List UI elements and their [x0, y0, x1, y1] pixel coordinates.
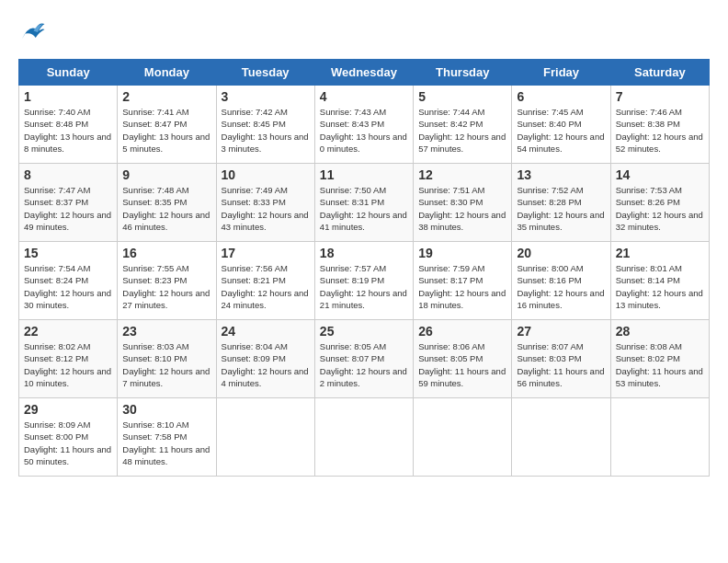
day-number: 11	[320, 167, 408, 182]
day-number: 10	[222, 167, 310, 182]
calendar-cell	[314, 398, 413, 477]
week-row-2: 8Sunrise: 7:47 AMSunset: 8:37 PMDaylight…	[19, 164, 710, 242]
day-info: Sunrise: 7:57 AMSunset: 8:19 PMDaylight:…	[320, 262, 408, 311]
calendar-cell: 28Sunrise: 8:08 AMSunset: 8:02 PMDayligh…	[610, 320, 709, 398]
day-number: 23	[122, 324, 210, 339]
calendar-cell: 22Sunrise: 8:02 AMSunset: 8:12 PMDayligh…	[19, 320, 118, 398]
day-info: Sunrise: 7:52 AMSunset: 8:28 PMDaylight:…	[517, 184, 605, 233]
day-info: Sunrise: 7:42 AMSunset: 8:45 PMDaylight:…	[222, 106, 310, 155]
calendar-cell: 9Sunrise: 7:48 AMSunset: 8:35 PMDaylight…	[118, 164, 216, 242]
calendar-header-row: SundayMondayTuesdayWednesdayThursdayFrid…	[19, 60, 710, 86]
day-number: 21	[616, 246, 704, 260]
calendar-cell: 2Sunrise: 7:41 AMSunset: 8:47 PMDaylight…	[118, 86, 216, 164]
day-info: Sunrise: 7:49 AMSunset: 8:33 PMDaylight:…	[222, 184, 310, 233]
calendar-cell	[512, 398, 610, 477]
day-info: Sunrise: 8:01 AMSunset: 8:14 PMDaylight:…	[616, 262, 704, 311]
column-header-sunday: Sunday	[19, 60, 118, 86]
calendar-cell: 18Sunrise: 7:57 AMSunset: 8:19 PMDayligh…	[314, 242, 413, 320]
calendar-cell: 25Sunrise: 8:05 AMSunset: 8:07 PMDayligh…	[314, 320, 413, 398]
calendar-cell: 19Sunrise: 7:59 AMSunset: 8:17 PMDayligh…	[414, 242, 512, 320]
day-info: Sunrise: 7:47 AMSunset: 8:37 PMDaylight:…	[24, 184, 112, 233]
day-info: Sunrise: 7:50 AMSunset: 8:31 PMDaylight:…	[320, 184, 408, 233]
day-number: 7	[616, 89, 704, 104]
day-info: Sunrise: 7:44 AMSunset: 8:42 PMDaylight:…	[418, 106, 506, 155]
day-number: 18	[320, 246, 408, 260]
calendar-cell	[610, 398, 709, 477]
calendar-cell: 1Sunrise: 7:40 AMSunset: 8:48 PMDaylight…	[19, 86, 118, 164]
day-number: 4	[320, 89, 408, 104]
calendar-cell: 11Sunrise: 7:50 AMSunset: 8:31 PMDayligh…	[314, 164, 413, 242]
day-number: 26	[418, 324, 506, 339]
day-info: Sunrise: 7:45 AMSunset: 8:40 PMDaylight:…	[517, 106, 605, 155]
week-row-1: 1Sunrise: 7:40 AMSunset: 8:48 PMDaylight…	[19, 86, 710, 164]
calendar-cell: 24Sunrise: 8:04 AMSunset: 8:09 PMDayligh…	[216, 320, 314, 398]
calendar-body: 1Sunrise: 7:40 AMSunset: 8:48 PMDaylight…	[19, 86, 710, 477]
calendar-cell: 8Sunrise: 7:47 AMSunset: 8:37 PMDaylight…	[19, 164, 118, 242]
day-number: 22	[24, 324, 112, 339]
calendar-cell: 5Sunrise: 7:44 AMSunset: 8:42 PMDaylight…	[414, 86, 512, 164]
column-header-friday: Friday	[512, 60, 610, 86]
day-info: Sunrise: 8:09 AMSunset: 8:00 PMDaylight:…	[24, 419, 112, 467]
calendar-cell: 20Sunrise: 8:00 AMSunset: 8:16 PMDayligh…	[512, 242, 610, 320]
calendar-cell: 29Sunrise: 8:09 AMSunset: 8:00 PMDayligh…	[19, 398, 118, 477]
calendar-cell	[216, 398, 314, 477]
day-number: 5	[418, 89, 506, 104]
day-number: 28	[616, 324, 704, 339]
day-number: 19	[418, 246, 506, 260]
day-info: Sunrise: 8:04 AMSunset: 8:09 PMDaylight:…	[222, 340, 310, 389]
day-number: 6	[517, 89, 605, 104]
day-number: 9	[122, 167, 210, 182]
week-row-3: 15Sunrise: 7:54 AMSunset: 8:24 PMDayligh…	[19, 242, 710, 320]
day-number: 13	[517, 167, 605, 182]
day-info: Sunrise: 7:46 AMSunset: 8:38 PMDaylight:…	[616, 106, 704, 155]
day-info: Sunrise: 8:08 AMSunset: 8:02 PMDaylight:…	[616, 340, 704, 389]
day-number: 16	[122, 246, 210, 260]
day-info: Sunrise: 7:56 AMSunset: 8:21 PMDaylight:…	[222, 262, 310, 311]
day-info: Sunrise: 8:10 AMSunset: 7:58 PMDaylight:…	[122, 419, 210, 467]
day-number: 29	[24, 402, 112, 417]
calendar-cell: 7Sunrise: 7:46 AMSunset: 8:38 PMDaylight…	[610, 86, 709, 164]
day-info: Sunrise: 7:43 AMSunset: 8:43 PMDaylight:…	[320, 106, 408, 155]
logo-icon	[18, 18, 46, 50]
day-info: Sunrise: 8:03 AMSunset: 8:10 PMDaylight:…	[122, 340, 210, 389]
calendar-cell: 21Sunrise: 8:01 AMSunset: 8:14 PMDayligh…	[610, 242, 709, 320]
day-number: 25	[320, 324, 408, 339]
day-info: Sunrise: 8:02 AMSunset: 8:12 PMDaylight:…	[24, 340, 112, 389]
day-number: 2	[122, 89, 210, 104]
day-number: 12	[418, 167, 506, 182]
day-number: 17	[222, 246, 310, 260]
day-number: 30	[122, 402, 210, 417]
column-header-thursday: Thursday	[414, 60, 512, 86]
week-row-5: 29Sunrise: 8:09 AMSunset: 8:00 PMDayligh…	[19, 398, 710, 477]
calendar-cell: 17Sunrise: 7:56 AMSunset: 8:21 PMDayligh…	[216, 242, 314, 320]
calendar-cell: 3Sunrise: 7:42 AMSunset: 8:45 PMDaylight…	[216, 86, 314, 164]
day-number: 27	[517, 324, 605, 339]
page-header	[18, 18, 710, 50]
day-info: Sunrise: 8:06 AMSunset: 8:05 PMDaylight:…	[418, 340, 506, 389]
day-number: 24	[222, 324, 310, 339]
day-info: Sunrise: 8:05 AMSunset: 8:07 PMDaylight:…	[320, 340, 408, 389]
column-header-monday: Monday	[118, 60, 216, 86]
calendar-cell: 6Sunrise: 7:45 AMSunset: 8:40 PMDaylight…	[512, 86, 610, 164]
calendar-table: SundayMondayTuesdayWednesdayThursdayFrid…	[18, 59, 710, 477]
day-number: 15	[24, 246, 112, 260]
day-info: Sunrise: 8:00 AMSunset: 8:16 PMDaylight:…	[517, 262, 605, 311]
day-info: Sunrise: 7:59 AMSunset: 8:17 PMDaylight:…	[418, 262, 506, 311]
day-number: 8	[24, 167, 112, 182]
column-header-wednesday: Wednesday	[314, 60, 413, 86]
day-info: Sunrise: 7:40 AMSunset: 8:48 PMDaylight:…	[24, 106, 112, 155]
logo	[18, 18, 50, 50]
calendar-cell: 30Sunrise: 8:10 AMSunset: 7:58 PMDayligh…	[118, 398, 216, 477]
calendar-cell: 27Sunrise: 8:07 AMSunset: 8:03 PMDayligh…	[512, 320, 610, 398]
day-number: 3	[222, 89, 310, 104]
day-info: Sunrise: 7:48 AMSunset: 8:35 PMDaylight:…	[122, 184, 210, 233]
calendar-cell: 23Sunrise: 8:03 AMSunset: 8:10 PMDayligh…	[118, 320, 216, 398]
day-info: Sunrise: 7:54 AMSunset: 8:24 PMDaylight:…	[24, 262, 112, 311]
calendar-cell: 15Sunrise: 7:54 AMSunset: 8:24 PMDayligh…	[19, 242, 118, 320]
day-info: Sunrise: 8:07 AMSunset: 8:03 PMDaylight:…	[517, 340, 605, 389]
calendar-cell	[414, 398, 512, 477]
calendar-cell: 10Sunrise: 7:49 AMSunset: 8:33 PMDayligh…	[216, 164, 314, 242]
week-row-4: 22Sunrise: 8:02 AMSunset: 8:12 PMDayligh…	[19, 320, 710, 398]
calendar-cell: 13Sunrise: 7:52 AMSunset: 8:28 PMDayligh…	[512, 164, 610, 242]
day-number: 14	[616, 167, 704, 182]
